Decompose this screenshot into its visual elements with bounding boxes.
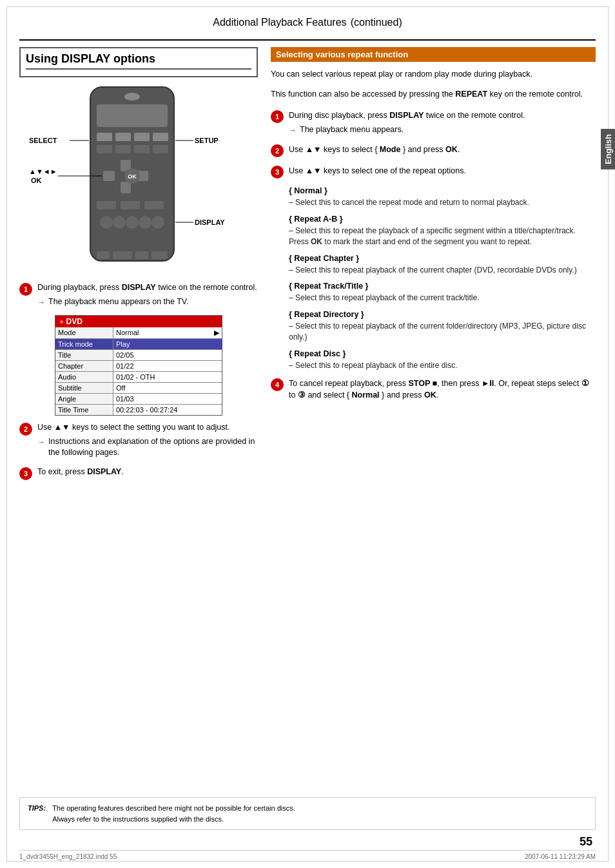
svg-point-23 bbox=[139, 216, 151, 229]
svg-text:SETUP: SETUP bbox=[195, 137, 219, 144]
svg-point-1 bbox=[124, 93, 140, 101]
svg-rect-12 bbox=[121, 182, 131, 193]
remote-svg: OK bbox=[19, 84, 239, 277]
svg-text:SELECT: SELECT bbox=[29, 137, 57, 144]
tips-box: TIPS: The operating features described h… bbox=[19, 797, 596, 830]
svg-point-24 bbox=[151, 216, 164, 229]
svg-rect-2 bbox=[97, 104, 168, 127]
svg-text:OK: OK bbox=[128, 173, 137, 180]
svg-text:OK: OK bbox=[31, 177, 42, 184]
svg-rect-9 bbox=[134, 145, 150, 153]
svg-rect-3 bbox=[97, 133, 112, 141]
page-number: 55 bbox=[580, 835, 592, 849]
svg-rect-25 bbox=[97, 235, 130, 247]
svg-rect-18 bbox=[121, 201, 140, 209]
page-number-row: 55 bbox=[19, 835, 596, 849]
svg-rect-5 bbox=[134, 133, 150, 141]
svg-rect-6 bbox=[153, 133, 168, 141]
svg-rect-19 bbox=[144, 201, 164, 209]
footer-file-info: 1_dvdr3455H_eng_21832.indd 55 2007-06-11… bbox=[19, 850, 596, 860]
tips-label: TIPS: bbox=[28, 803, 46, 824]
svg-rect-13 bbox=[103, 171, 115, 181]
svg-point-20 bbox=[100, 216, 113, 229]
svg-rect-29 bbox=[135, 251, 148, 259]
svg-rect-27 bbox=[97, 251, 110, 259]
svg-rect-8 bbox=[115, 145, 131, 153]
svg-point-21 bbox=[113, 216, 126, 229]
remote-diagram: OK bbox=[19, 84, 239, 277]
svg-rect-26 bbox=[135, 235, 169, 247]
svg-point-22 bbox=[126, 216, 139, 229]
english-tab: English bbox=[601, 129, 615, 169]
svg-rect-10 bbox=[153, 145, 168, 153]
tips-text: The operating features described here mi… bbox=[52, 803, 295, 824]
svg-rect-4 bbox=[115, 133, 131, 141]
svg-rect-17 bbox=[97, 201, 116, 209]
svg-text:▲▼◄►: ▲▼◄► bbox=[29, 168, 57, 175]
footer-date: 2007-06-11 11:23:29 AM bbox=[525, 853, 596, 860]
svg-text:DISPLAY: DISPLAY bbox=[195, 218, 225, 226]
svg-rect-30 bbox=[151, 251, 168, 259]
footer-area: TIPS: The operating features described h… bbox=[19, 797, 596, 849]
svg-rect-28 bbox=[113, 251, 132, 259]
svg-rect-7 bbox=[97, 145, 112, 153]
footer-file: 1_dvdr3455H_eng_21832.indd 55 bbox=[19, 853, 117, 860]
